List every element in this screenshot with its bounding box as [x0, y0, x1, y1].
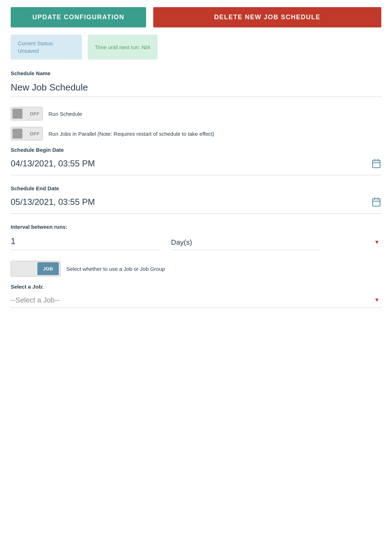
- end-date-calendar-icon[interactable]: [371, 197, 381, 207]
- next-run-value: N/A: [141, 44, 150, 50]
- current-status-label: Current Status:: [18, 40, 54, 46]
- current-status-value: Unsaved: [18, 48, 39, 54]
- run-schedule-text: Run Schedule: [48, 111, 82, 117]
- next-run-box: Time until next run: N/A: [88, 35, 158, 60]
- run-schedule-off-label: OFF: [30, 111, 40, 117]
- end-date-value: 05/13/2021, 03:55 PM: [11, 194, 371, 210]
- page-container: UPDATE CONFIGURATION DELETE NEW JOB SCHE…: [0, 0, 392, 558]
- select-job-section: Select a Job: --Select a Job--: [11, 284, 381, 308]
- job-toggle-description: Select whether to use a Job or Job Group: [66, 266, 165, 272]
- select-job-dropdown[interactable]: --Select a Job--: [11, 293, 381, 308]
- svg-rect-0: [373, 160, 380, 168]
- run-schedule-knob: [12, 109, 22, 119]
- current-status-box: Current Status: Unsaved: [11, 35, 82, 60]
- top-buttons: UPDATE CONFIGURATION DELETE NEW JOB SCHE…: [11, 7, 381, 27]
- update-configuration-button[interactable]: UPDATE CONFIGURATION: [11, 7, 146, 27]
- run-schedule-row: OFF Run Schedule: [11, 107, 381, 120]
- delete-job-schedule-button[interactable]: DELETE NEW JOB SCHEDULE: [153, 7, 381, 27]
- job-group-toggle[interactable]: JOB: [11, 261, 61, 277]
- job-group-toggle-row: JOB Select whether to use a Job or Job G…: [11, 261, 381, 277]
- begin-date-field-container: 04/13/2021, 03:55 PM: [11, 156, 381, 175]
- run-parallel-off-label: OFF: [30, 131, 40, 136]
- run-schedule-toggle[interactable]: OFF: [11, 107, 43, 120]
- interval-unit-wrapper: Minute(s) Hour(s) Day(s) Week(s) Month(s…: [171, 236, 381, 250]
- end-date-section: Schedule End Date 05/13/2021, 03:55 PM: [11, 185, 381, 214]
- select-job-label: Select a Job:: [11, 284, 381, 290]
- end-date-label: Schedule End Date: [11, 185, 381, 191]
- run-parallel-text: Run Jobs in Parallel (Note: Requires res…: [48, 131, 214, 137]
- begin-date-section: Schedule Begin Date 04/13/2021, 03:55 PM: [11, 147, 381, 175]
- begin-date-label: Schedule Begin Date: [11, 147, 381, 153]
- interval-value-input[interactable]: [11, 233, 160, 250]
- run-parallel-knob: [12, 129, 22, 139]
- end-date-field-container: 05/13/2021, 03:55 PM: [11, 194, 381, 214]
- begin-date-calendar-icon[interactable]: [371, 159, 381, 169]
- schedule-name-section: Schedule Name New Job Schedule: [11, 70, 381, 97]
- interval-label: Interval between runs:: [11, 224, 381, 230]
- interval-section: Interval between runs: Minute(s) Hour(s)…: [11, 224, 381, 250]
- status-bar: Current Status: Unsaved Time until next …: [11, 35, 381, 60]
- job-toggle-knob: JOB: [37, 262, 59, 275]
- job-toggle-knob-label: JOB: [43, 266, 53, 272]
- interval-row: Minute(s) Hour(s) Day(s) Week(s) Month(s…: [11, 233, 381, 250]
- schedule-name-value: New Job Schedule: [11, 79, 381, 97]
- svg-rect-4: [373, 199, 380, 206]
- run-parallel-toggle[interactable]: OFF: [11, 127, 43, 140]
- begin-date-value: 04/13/2021, 03:55 PM: [11, 156, 371, 171]
- schedule-name-label: Schedule Name: [11, 70, 381, 76]
- interval-unit-select[interactable]: Minute(s) Hour(s) Day(s) Week(s) Month(s…: [171, 236, 321, 250]
- next-run-label: Time until next run:: [95, 44, 140, 50]
- run-parallel-row: OFF Run Jobs in Parallel (Note: Requires…: [11, 127, 381, 140]
- select-job-wrapper: --Select a Job--: [11, 293, 381, 308]
